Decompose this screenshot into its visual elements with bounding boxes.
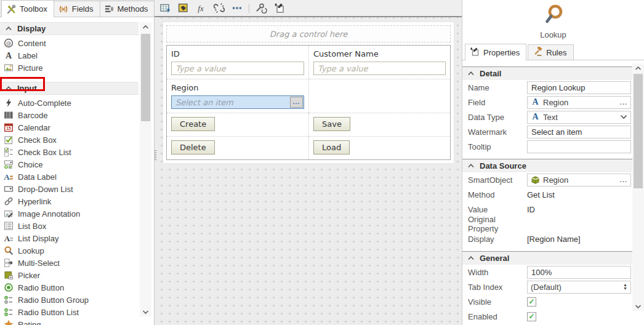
smartobject-picker[interactable]: Region... xyxy=(527,174,631,187)
property-section-detail[interactable]: Detail xyxy=(462,66,633,80)
properties-scrollbar[interactable] xyxy=(632,63,644,311)
scroll-down-icon[interactable] xyxy=(632,302,644,311)
more-options-icon[interactable] xyxy=(231,2,243,14)
id-input[interactable] xyxy=(171,62,304,75)
expression-icon[interactable]: fx xyxy=(195,2,207,14)
configure-icon[interactable] xyxy=(256,2,267,14)
tab-toolbox[interactable]: Toolbox xyxy=(1,0,54,17)
picker-icon xyxy=(3,270,14,280)
radiogroup-icon xyxy=(3,295,14,305)
tooltip-input[interactable] xyxy=(527,140,631,153)
scroll-up-icon[interactable] xyxy=(140,22,151,31)
drop-zone[interactable]: Drag a control here xyxy=(166,25,451,42)
save-button[interactable]: Save xyxy=(313,117,350,131)
scroll-up-icon[interactable] xyxy=(632,63,644,73)
tab-fields[interactable]: Fields xyxy=(54,1,100,17)
toolbox-item-multi-select[interactable]: Multi-Select xyxy=(0,257,154,269)
ellipsis-icon[interactable]: ... xyxy=(620,177,627,182)
property-row-width: Width xyxy=(462,265,633,279)
toolbox-item-choice[interactable]: Choice xyxy=(0,158,154,171)
tab-index-spinner[interactable]: (Default)▲▼ xyxy=(527,281,631,294)
toolbox-item-hyperlink[interactable]: Hyperlink xyxy=(0,195,154,207)
toolbox-item-auto-complete[interactable]: Auto-Complete xyxy=(0,97,154,109)
toolbox-item-check-box-list[interactable]: Check Box List xyxy=(0,146,154,158)
visible-checkbox[interactable]: ✓ xyxy=(527,297,536,307)
property-label: Data Type xyxy=(468,113,527,122)
hyperlink-icon xyxy=(3,196,14,206)
name-input[interactable] xyxy=(527,81,631,94)
table-cell[interactable]: Customer Name xyxy=(308,46,450,79)
ellipsis-icon[interactable]: ... xyxy=(620,100,627,105)
spin-down-icon[interactable]: ▼ xyxy=(623,287,627,291)
enabled-checkbox[interactable]: ✓ xyxy=(527,312,536,321)
property-label: SmartObject xyxy=(468,175,527,185)
section-title: General xyxy=(480,254,509,263)
table-cell[interactable] xyxy=(308,79,450,113)
remove-binding-icon[interactable] xyxy=(213,2,225,14)
toolbox-item-drop-down-list[interactable]: Drop-Down List xyxy=(0,183,154,195)
toolbox-item-radio-button[interactable]: Radio Button xyxy=(0,281,154,294)
data-type-select[interactable]: AText xyxy=(527,111,631,124)
tab-properties[interactable]: Properties xyxy=(465,44,526,60)
toolbox-item-rating[interactable]: Rating xyxy=(0,318,154,325)
table-cell[interactable]: Save xyxy=(308,113,450,136)
table-cell[interactable]: Load xyxy=(308,136,450,159)
scroll-down-icon[interactable] xyxy=(140,307,151,316)
toolbox-item-data-label[interactable]: AData Label xyxy=(0,171,154,183)
toolbox-item-content[interactable]: @Content xyxy=(0,37,154,49)
scroll-thumb[interactable] xyxy=(634,74,643,188)
toolbox-scrollbar[interactable] xyxy=(140,22,151,316)
tab-methods-label: Methods xyxy=(118,4,148,14)
section-header-display[interactable]: Display xyxy=(0,22,139,35)
toolbox-item-radio-button-group[interactable]: Radio Button Group xyxy=(0,294,154,306)
paste-icon[interactable] xyxy=(273,2,285,14)
field-picker[interactable]: ARegion... xyxy=(527,96,631,109)
load-button[interactable]: Load xyxy=(313,140,350,154)
create-button[interactable]: Create xyxy=(171,117,215,131)
delete-button[interactable]: Delete xyxy=(171,140,215,154)
tab-rules-label: Rules xyxy=(546,48,566,57)
tab-rules[interactable]: Rules xyxy=(528,44,573,60)
table-cell[interactable]: Create xyxy=(167,113,308,136)
smartobject-icon xyxy=(531,175,540,185)
choice-icon xyxy=(3,159,14,169)
toolbox-item-radio-button-list[interactable]: Radio Button List xyxy=(0,306,154,318)
picker-value: Region xyxy=(543,98,568,107)
toolbox-item-barcode[interactable]: Barcode xyxy=(0,109,154,121)
table-cell[interactable]: ID xyxy=(167,46,308,79)
scroll-thumb[interactable] xyxy=(141,34,150,121)
property-label: Enabled xyxy=(468,312,527,321)
toolbox-item-check-box[interactable]: Check Box xyxy=(0,134,154,146)
toolbox-list: Display@ContentALabelPictureInputAuto-Co… xyxy=(0,17,154,325)
table-cell[interactable]: Delete xyxy=(167,136,308,159)
left-tabstrip: Toolbox Fields Methods xyxy=(0,0,154,17)
tab-methods[interactable]: Methods xyxy=(100,1,155,17)
design-table-icon[interactable] xyxy=(159,2,171,14)
width-input[interactable] xyxy=(527,266,631,279)
calendar-icon: 15 xyxy=(3,122,14,132)
toolbox-item-lookup[interactable]: Lookup xyxy=(0,244,154,257)
region-browse-button[interactable]: ... xyxy=(290,97,303,108)
splitter-handle[interactable] xyxy=(155,150,156,161)
spinner-arrows[interactable]: ▲▼ xyxy=(623,283,627,291)
toolbox-item-list-display[interactable]: AList Display xyxy=(0,232,154,244)
change-control-icon[interactable] xyxy=(177,2,189,14)
property-section-general[interactable]: General xyxy=(462,251,633,265)
region-lookup-control[interactable]: Select an item ... xyxy=(171,95,304,109)
property-row-enabled: Enabled✓ xyxy=(462,309,633,324)
toolbox-item-image-annotation[interactable]: Image Annotation xyxy=(0,207,154,220)
customer-name-input[interactable] xyxy=(313,62,446,75)
section-header-input[interactable]: Input xyxy=(0,82,139,95)
table-cell[interactable]: Region Select an item ... xyxy=(167,79,308,113)
toolbox-item-list-box[interactable]: List Box xyxy=(0,220,154,232)
design-canvas[interactable]: Drag a control here ID Customer Name Reg… xyxy=(155,17,462,325)
collapse-icon xyxy=(468,256,474,260)
chevron-down-icon[interactable] xyxy=(620,114,627,119)
property-row-display: Display[Region Name] xyxy=(462,231,633,246)
toolbox-item-picker[interactable]: Picker xyxy=(0,269,154,281)
toolbox-item-label[interactable]: ALabel xyxy=(0,49,154,62)
watermark-input[interactable] xyxy=(527,126,631,138)
toolbox-item-picture[interactable]: Picture xyxy=(0,62,154,74)
property-section-data-source[interactable]: Data Source xyxy=(462,159,633,172)
toolbox-item-calendar[interactable]: 15Calendar xyxy=(0,121,154,134)
